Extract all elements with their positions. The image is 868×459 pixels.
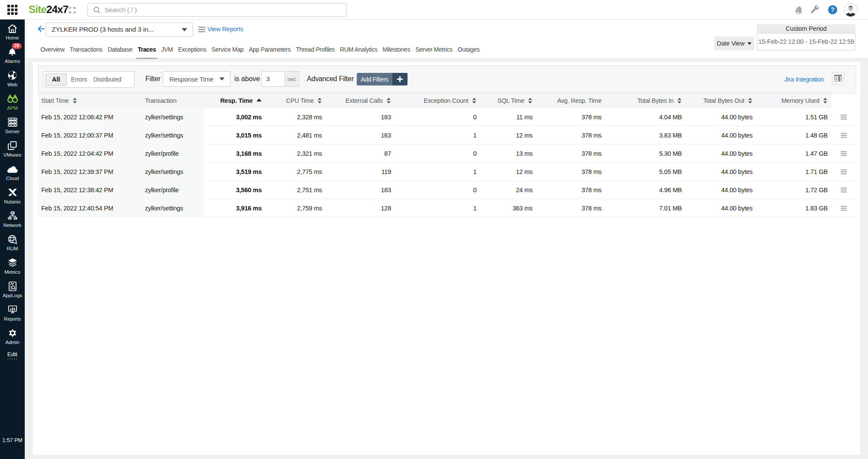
col-label: Transaction bbox=[145, 97, 176, 104]
sidebar-item-admin[interactable]: Admin bbox=[0, 324, 25, 348]
threshold-input[interactable]: 3 bbox=[261, 71, 285, 87]
segment-all[interactable]: All bbox=[45, 73, 67, 86]
fullscreen-expand-icon[interactable] bbox=[69, 7, 76, 13]
cell-avg-resp-time: 378 ms bbox=[533, 108, 602, 126]
row-menu-icon[interactable] bbox=[831, 181, 856, 199]
tab[interactable]: App Parameters bbox=[249, 45, 290, 58]
col-header-resp-time[interactable]: Resp. Time bbox=[204, 93, 262, 108]
user-avatar[interactable] bbox=[844, 3, 858, 17]
col-label: Resp. Time bbox=[220, 97, 253, 104]
cell-value: 3,168 ms bbox=[236, 150, 262, 157]
cell-value: 119 bbox=[381, 168, 391, 175]
app-grid-icon[interactable] bbox=[7, 5, 18, 15]
tab[interactable]: Exceptions bbox=[178, 45, 206, 58]
cell-value: 128 bbox=[381, 205, 391, 212]
cell-transaction: zylker/profile bbox=[145, 144, 204, 163]
tab[interactable]: Server Metrics bbox=[415, 45, 452, 58]
sidebar-item-home[interactable]: Home bbox=[0, 20, 25, 43]
site24x7-logo[interactable]: Site24x7 bbox=[29, 3, 68, 16]
tab[interactable]: Outages bbox=[458, 45, 480, 58]
col-header-external-calls[interactable]: External Calls bbox=[322, 93, 391, 108]
cell-total-bytes-in: 4.04 MB bbox=[602, 108, 682, 126]
cell-exception-count: 1 bbox=[391, 199, 477, 217]
back-arrow-icon[interactable] bbox=[38, 26, 45, 32]
jira-integration-link[interactable]: Jira Integration bbox=[784, 76, 824, 83]
reports-menu-icon[interactable] bbox=[198, 26, 205, 33]
sidebar-item-label: Cloud bbox=[6, 176, 19, 181]
trace-row[interactable]: Feb 15, 2022 12:04:42 PM zylker/profile … bbox=[38, 144, 856, 163]
trace-row[interactable]: Feb 15, 2022 12:00:37 PM zylker/settings… bbox=[38, 126, 856, 144]
row-menu-icon[interactable] bbox=[831, 163, 856, 181]
tab[interactable]: Transactions bbox=[70, 45, 102, 58]
notification-bell-icon[interactable] bbox=[794, 5, 804, 16]
tab[interactable]: Database bbox=[108, 45, 132, 58]
tab[interactable]: JVM bbox=[161, 45, 173, 58]
add-filters-label[interactable]: Add Filters bbox=[357, 73, 392, 85]
tab[interactable]: Traces bbox=[138, 45, 156, 58]
row-menu-icon[interactable] bbox=[831, 126, 856, 144]
col-header-start-time[interactable]: Start Time bbox=[38, 93, 145, 108]
cell-avg-resp-time: 378 ms bbox=[533, 181, 602, 199]
cell-value: Overview bbox=[40, 46, 65, 53]
sidebar-item-nutanix[interactable]: Nutanix bbox=[0, 184, 25, 207]
sidebar-item-applogs[interactable]: AppLogs bbox=[0, 277, 25, 301]
add-filters-plus-icon[interactable] bbox=[392, 73, 408, 85]
cell-value: 4.04 MB bbox=[659, 114, 682, 121]
filter-field-dropdown[interactable]: Response Time bbox=[163, 71, 230, 87]
date-view-button[interactable]: Date View bbox=[714, 36, 754, 50]
tab[interactable]: Service Map bbox=[211, 45, 243, 58]
cell-transaction: zylker/settings bbox=[145, 199, 204, 217]
add-filters-button[interactable]: Add Filters bbox=[357, 73, 408, 85]
col-header-total-bytes-out[interactable]: Total Bytes Out bbox=[682, 93, 753, 108]
cell-value: 363 ms bbox=[513, 205, 533, 212]
cell-value: 2,759 ms bbox=[297, 205, 322, 212]
col-header-avg-resp-time[interactable]: Avg. Resp. Time bbox=[533, 93, 602, 108]
cell-value: 378 ms bbox=[582, 150, 602, 157]
sidebar-item-vmware[interactable]: VMware bbox=[0, 137, 25, 160]
col-header-total-bytes-in[interactable]: Total Bytes In bbox=[602, 93, 682, 108]
col-header-exception-count[interactable]: Exception Count bbox=[391, 93, 477, 108]
trace-row[interactable]: Feb 15, 2022 12:38:42 PM zylker/profile … bbox=[38, 181, 856, 199]
tools-wrench-icon[interactable] bbox=[810, 5, 820, 15]
col-header-memory-used[interactable]: Memory Used bbox=[753, 93, 831, 108]
segment-errors[interactable]: Errors bbox=[67, 76, 91, 83]
sidebar-item-rum[interactable]: RUM bbox=[0, 230, 25, 254]
segment-distributed[interactable]: Distributed bbox=[91, 76, 123, 83]
cell-exception-count: 1 bbox=[391, 126, 477, 144]
sidebar-item-apm[interactable]: APM bbox=[0, 90, 25, 113]
trace-row[interactable]: Feb 15, 2022 12:39:37 PM zylker/settings… bbox=[38, 163, 856, 181]
sidebar-edit-link[interactable]: Edit bbox=[0, 351, 25, 367]
sidebar-item-network[interactable]: Network bbox=[0, 207, 25, 230]
tab[interactable]: Overview bbox=[40, 45, 65, 58]
date-range-picker[interactable]: 15-Feb-22 12:00 - 15-Feb-22 12:59 bbox=[757, 33, 855, 50]
sidebar-item-metrics[interactable]: Metrics bbox=[0, 254, 25, 277]
help-icon[interactable]: ? bbox=[828, 5, 837, 14]
advanced-filter-label: Advanced Filter bbox=[307, 75, 354, 83]
sidebar-item-alarms[interactable]: 29 Alarms bbox=[0, 43, 25, 66]
trace-row[interactable]: Feb 15, 2022 12:08:42 PM zylker/settings… bbox=[38, 108, 856, 126]
col-header-sql-time[interactable]: SQL Time bbox=[477, 93, 533, 108]
cell-cpu-time: 2,321 ms bbox=[262, 144, 322, 163]
tab[interactable]: Thread Profiles bbox=[296, 45, 335, 58]
sidebar-item-server[interactable]: Server bbox=[0, 113, 25, 137]
column-picker-icon[interactable] bbox=[832, 72, 844, 84]
monitor-select-dropdown[interactable]: ZYLKER PROD (3 hosts and 3 in... bbox=[46, 23, 193, 36]
server-stack-icon bbox=[7, 117, 18, 128]
sidebar-item-reports[interactable]: Reports bbox=[0, 301, 25, 324]
alarm-bell-icon: 29 bbox=[7, 47, 18, 57]
col-header-cpu-time[interactable]: CPU Time bbox=[262, 93, 322, 108]
tab[interactable]: RUM Analytics bbox=[340, 45, 377, 58]
trace-row[interactable]: Feb 15, 2022 12:40:54 PM zylker/settings… bbox=[38, 199, 856, 217]
cell-value: 1.71 GB bbox=[806, 168, 828, 175]
global-search-input[interactable]: Search ( / ) bbox=[87, 3, 347, 17]
col-header-transaction[interactable]: Transaction bbox=[145, 93, 204, 108]
row-menu-icon[interactable] bbox=[831, 144, 856, 163]
row-menu-icon[interactable] bbox=[831, 199, 856, 217]
tab[interactable]: Milestones bbox=[383, 45, 410, 58]
row-menu-icon[interactable] bbox=[831, 108, 856, 126]
sidebar-item-web[interactable]: Web bbox=[0, 66, 25, 90]
cell-value: 1.83 GB bbox=[806, 205, 828, 212]
sidebar-item-cloud[interactable]: Cloud bbox=[0, 160, 25, 184]
view-reports-link[interactable]: View Reports bbox=[207, 26, 243, 33]
col-label: External Calls bbox=[345, 97, 383, 104]
